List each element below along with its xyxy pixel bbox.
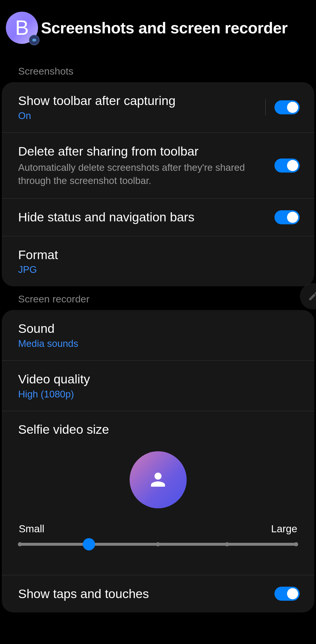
header: B Screenshots and screen recorder bbox=[0, 0, 316, 58]
setting-show-taps[interactable]: Show taps and touches bbox=[2, 575, 314, 613]
setting-title: Video quality bbox=[18, 372, 300, 387]
setting-value: JPG bbox=[18, 264, 300, 275]
person-icon bbox=[147, 469, 169, 490]
setting-video-quality[interactable]: Video quality High (1080p) bbox=[2, 360, 314, 411]
toggle-show-taps[interactable] bbox=[274, 587, 300, 601]
section-label-recorder: Screen recorder bbox=[0, 286, 316, 310]
section-label-screenshots: Screenshots bbox=[0, 58, 316, 82]
pencil-icon bbox=[308, 291, 316, 302]
avatar-letter: B bbox=[15, 16, 29, 39]
setting-value: On bbox=[18, 110, 260, 121]
setting-hide-bars[interactable]: Hide status and navigation bars bbox=[2, 198, 314, 236]
profile-avatar[interactable]: B bbox=[6, 12, 38, 44]
setting-title: Show toolbar after capturing bbox=[18, 93, 260, 109]
avatar-badge-icon bbox=[29, 35, 40, 45]
slider-max-label: Large bbox=[271, 523, 297, 535]
screenshots-card: Show toolbar after capturing On Delete a… bbox=[2, 82, 314, 286]
recorder-card: Sound Media sounds Video quality High (1… bbox=[2, 310, 314, 612]
slider-thumb[interactable] bbox=[83, 538, 95, 550]
toggle-hide-bars[interactable] bbox=[274, 210, 300, 224]
svg-rect-0 bbox=[32, 39, 36, 42]
setting-title: Sound bbox=[18, 321, 300, 336]
selfie-preview bbox=[130, 451, 187, 508]
setting-sound[interactable]: Sound Media sounds bbox=[2, 310, 314, 360]
slider-min-label: Small bbox=[19, 523, 44, 535]
setting-title: Hide status and navigation bars bbox=[18, 210, 274, 225]
setting-value: Media sounds bbox=[18, 338, 300, 349]
selfie-size-slider[interactable] bbox=[20, 543, 296, 546]
separator bbox=[265, 99, 266, 116]
setting-description: Automatically delete screenshots after t… bbox=[18, 161, 274, 187]
setting-selfie-video-size: Selfie video size Small Large bbox=[2, 411, 314, 560]
setting-title: Delete after sharing from toolbar bbox=[18, 144, 274, 159]
setting-show-toolbar[interactable]: Show toolbar after capturing On bbox=[2, 82, 314, 132]
toggle-show-toolbar[interactable] bbox=[274, 100, 300, 114]
setting-delete-after-sharing[interactable]: Delete after sharing from toolbar Automa… bbox=[2, 132, 314, 199]
page-title: Screenshots and screen recorder bbox=[41, 19, 288, 37]
setting-title: Show taps and touches bbox=[18, 586, 274, 602]
setting-title: Selfie video size bbox=[18, 422, 298, 437]
setting-value: High (1080p) bbox=[18, 389, 300, 400]
setting-title: Format bbox=[18, 247, 300, 263]
toggle-delete-after-sharing[interactable] bbox=[274, 159, 300, 173]
setting-format[interactable]: Format JPG bbox=[2, 236, 314, 287]
